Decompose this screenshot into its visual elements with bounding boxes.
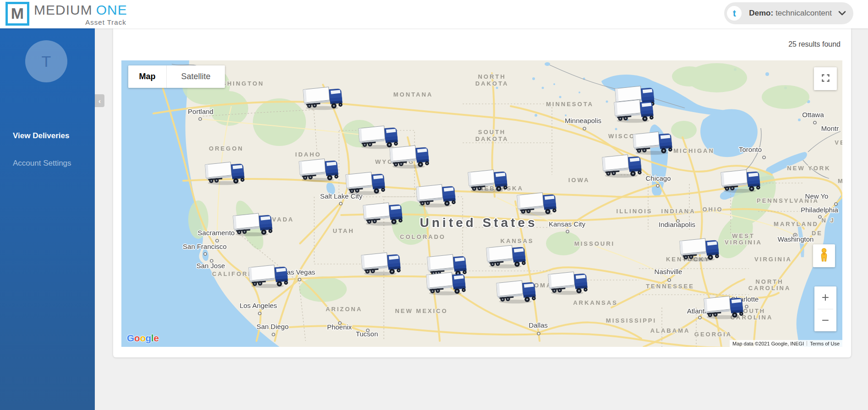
truck-marker[interactable] [359,126,398,149]
truck-marker[interactable] [497,281,536,303]
avatar: T [25,40,67,82]
app-header: M MEDIUMONE Asset Track t Demo:technical… [0,0,868,28]
city-label: Los Angeles [240,302,277,309]
city-label: San Diego [257,323,289,330]
city-dot [699,316,701,319]
truck-marker[interactable] [361,253,401,275]
truck-marker[interactable] [299,159,338,182]
state-label: MARYLAND [774,221,819,227]
truck-marker[interactable] [680,238,719,261]
google-logo-letter: e [153,333,158,343]
city-label: Montr [821,124,839,132]
zoom-in-button[interactable]: + [814,286,836,309]
city-dot [745,305,748,308]
state-label: N J [821,217,835,224]
account-menu[interactable]: t Demo:technicalcontent [724,2,853,24]
city-label: Philadelphia [801,206,838,214]
state-label: UTAH [333,227,354,234]
state-label: SOUTHDAKOTA [475,129,509,142]
city-label: Portland [188,108,213,115]
city-label: New Yo [805,192,829,200]
sidebar-collapse-button[interactable]: ‹ [95,94,104,107]
state-label: ARKANSAS [573,299,618,306]
google-logo[interactable]: Google [127,333,158,344]
city-label: Kansas City [549,220,586,228]
state-label: TENNESSEE [646,283,694,290]
city-dot [763,156,765,159]
sidebar: T View Deliveries Account Settings [0,28,95,410]
sidebar-item-view-deliveries[interactable]: View Deliveries [0,131,95,140]
state-label: GEORGIA [694,331,732,338]
zoom-control: + − [814,286,836,331]
city-dot [656,184,659,187]
city-label: Dallas [529,321,548,329]
results-count: 25 results found [788,40,841,49]
city-label: Nashville [655,268,682,275]
zoom-out-button[interactable]: − [814,309,836,332]
fullscreen-icon [821,74,830,84]
city-label: Las Vegas [283,268,315,276]
city-label: Washington [778,235,814,243]
city-label: Sacramento [198,229,235,237]
state-label: OHIO [702,206,723,213]
sidebar-item-account-settings[interactable]: Account Settings [0,159,95,168]
truck-marker[interactable] [303,87,343,110]
state-label: MINNESOTA [546,101,594,108]
map-canvas[interactable]: WASHINGTONMONTANANORTHDAKOTAMINNESOTASOU… [121,60,842,347]
city-label: San Francisco [183,243,227,250]
state-label: VIRGINIA [754,256,792,263]
city-dot [583,127,586,130]
state-label: IOWA [568,177,590,183]
brand-subtitle: Asset Track [85,18,127,26]
city-dot [819,216,821,218]
logo-icon: M [5,2,29,26]
map-data-credit: Map data ©2021 Google, INEGI [730,341,807,346]
truck-marker[interactable] [233,213,273,236]
map-type-map-button[interactable]: Map [128,65,166,88]
content-card: 25 results found [113,28,851,357]
city-label: Toronto [739,146,762,153]
state-label: M [838,178,842,184]
state-label: ARIZONA [326,306,362,313]
state-label: MISSISSIPPI [606,317,656,324]
pegman-icon [818,248,830,264]
state-label: COLORADO [400,233,446,240]
truck-marker[interactable] [548,272,588,295]
truck-marker[interactable] [602,155,642,178]
city-dot [813,121,816,124]
truck-marker[interactable] [416,184,456,207]
city-label: Indianapolis [659,221,695,228]
fullscreen-button[interactable] [814,67,837,90]
account-label: Demo: [749,9,773,17]
truck-marker[interactable] [346,172,385,195]
city-label: Chicago [645,174,671,182]
logo-letter: M [11,5,24,21]
state-label: MONTANA [393,91,433,98]
truck-marker[interactable] [390,146,429,168]
map-type-satellite-button[interactable]: Satellite [166,65,225,88]
street-view-pegman-button[interactable] [813,244,835,267]
truck-marker[interactable] [486,245,526,268]
city-dot [835,203,837,205]
city-dot [204,253,207,255]
brand-text: MEDIUMONE Asset Track [34,1,127,26]
truck-marker[interactable] [426,272,466,295]
terms-of-use-link[interactable]: Terms of Use [807,341,842,346]
truck-marker[interactable] [614,100,654,123]
google-logo-letter: o [134,333,140,343]
state-label: MICHIGAN [673,147,715,154]
city-label: Minneapolis [565,117,601,124]
truck-marker[interactable] [205,162,245,185]
truck-marker[interactable] [249,265,288,288]
truck-marker[interactable] [517,193,557,216]
map-type-control: Map Satellite [128,65,225,88]
brand-name-accent: ONE [96,2,127,17]
city-dot [216,239,218,242]
state-label: MISSOURI [574,240,615,247]
map-svg: WASHINGTONMONTANANORTHDAKOTAMINNESOTASOU… [121,60,842,347]
state-label: IDAHO [295,151,322,158]
city-label: Ottawa [802,111,824,119]
account-value: technicalcontent [775,9,832,17]
city-dot [298,278,301,281]
city-dot [339,202,342,205]
